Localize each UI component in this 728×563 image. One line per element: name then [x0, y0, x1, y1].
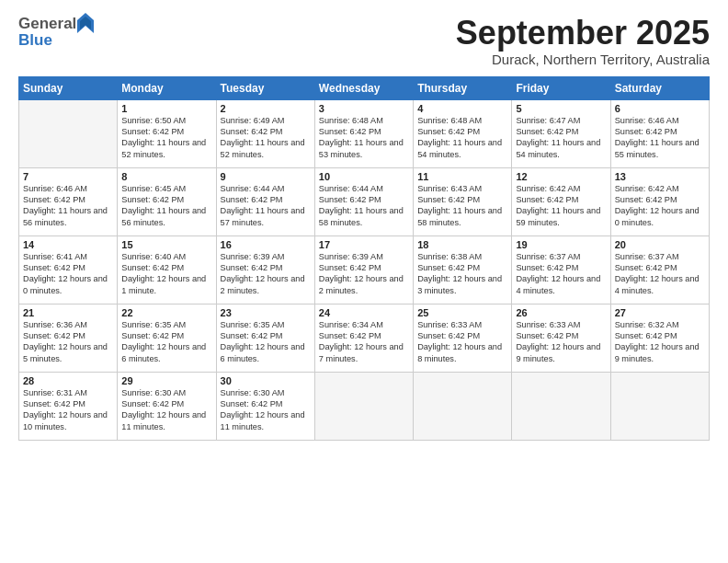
table-row: 27Sunrise: 6:32 AMSunset: 6:42 PMDayligh… [610, 304, 709, 372]
day-info: Sunrise: 6:39 AMSunset: 6:42 PMDaylight:… [221, 251, 311, 297]
day-number: 20 [615, 239, 705, 250]
day-number: 23 [221, 307, 311, 318]
day-number: 21 [23, 307, 113, 318]
day-number: 16 [221, 239, 311, 250]
day-info: Sunrise: 6:31 AMSunset: 6:42 PMDaylight:… [23, 387, 113, 433]
day-number: 12 [516, 171, 606, 182]
table-row: 29Sunrise: 6:30 AMSunset: 6:42 PMDayligh… [118, 372, 216, 440]
day-number: 30 [221, 375, 311, 386]
day-number: 27 [615, 307, 705, 318]
day-info: Sunrise: 6:37 AMSunset: 6:42 PMDaylight:… [516, 251, 606, 297]
table-row: 14Sunrise: 6:41 AMSunset: 6:42 PMDayligh… [19, 236, 118, 304]
table-row: 22Sunrise: 6:35 AMSunset: 6:42 PMDayligh… [118, 304, 216, 372]
day-number: 14 [23, 239, 113, 250]
logo-blue: Blue [18, 31, 94, 50]
day-number: 26 [516, 307, 606, 318]
table-row: 24Sunrise: 6:34 AMSunset: 6:42 PMDayligh… [314, 304, 413, 372]
table-row [414, 372, 512, 440]
day-number: 10 [319, 171, 409, 182]
col-monday: Monday [118, 76, 216, 99]
table-row: 19Sunrise: 6:37 AMSunset: 6:42 PMDayligh… [512, 236, 610, 304]
day-number: 11 [417, 171, 507, 182]
table-row: 21Sunrise: 6:36 AMSunset: 6:42 PMDayligh… [19, 304, 118, 372]
table-row: 18Sunrise: 6:38 AMSunset: 6:42 PMDayligh… [414, 236, 512, 304]
day-info: Sunrise: 6:34 AMSunset: 6:42 PMDaylight:… [319, 319, 409, 365]
calendar-week-row: 21Sunrise: 6:36 AMSunset: 6:42 PMDayligh… [19, 304, 710, 372]
day-info: Sunrise: 6:45 AMSunset: 6:42 PMDaylight:… [121, 183, 211, 229]
day-info: Sunrise: 6:46 AMSunset: 6:42 PMDaylight:… [23, 183, 113, 229]
table-row: 23Sunrise: 6:35 AMSunset: 6:42 PMDayligh… [216, 304, 314, 372]
day-info: Sunrise: 6:35 AMSunset: 6:42 PMDaylight:… [221, 319, 311, 365]
table-row: 3Sunrise: 6:48 AMSunset: 6:42 PMDaylight… [314, 99, 413, 167]
col-saturday: Saturday [610, 76, 709, 99]
table-row: 20Sunrise: 6:37 AMSunset: 6:42 PMDayligh… [610, 236, 709, 304]
day-number: 15 [121, 239, 211, 250]
day-info: Sunrise: 6:40 AMSunset: 6:42 PMDaylight:… [121, 251, 211, 297]
day-info: Sunrise: 6:49 AMSunset: 6:42 PMDaylight:… [221, 115, 311, 161]
col-tuesday: Tuesday [216, 76, 314, 99]
day-info: Sunrise: 6:38 AMSunset: 6:42 PMDaylight:… [417, 251, 507, 297]
day-number: 1 [121, 103, 211, 114]
day-info: Sunrise: 6:42 AMSunset: 6:42 PMDaylight:… [615, 183, 705, 229]
table-row: 10Sunrise: 6:44 AMSunset: 6:42 PMDayligh… [314, 167, 413, 236]
table-row: 15Sunrise: 6:40 AMSunset: 6:42 PMDayligh… [118, 236, 216, 304]
calendar-week-row: 1Sunrise: 6:50 AMSunset: 6:42 PMDaylight… [19, 99, 710, 167]
table-row: 4Sunrise: 6:48 AMSunset: 6:42 PMDaylight… [414, 99, 512, 167]
page: General Blue September 2025 Durack, Nort… [0, 0, 728, 563]
calendar-week-row: 14Sunrise: 6:41 AMSunset: 6:42 PMDayligh… [19, 236, 710, 304]
calendar-header-row: Sunday Monday Tuesday Wednesday Thursday… [19, 76, 710, 99]
day-info: Sunrise: 6:46 AMSunset: 6:42 PMDaylight:… [615, 115, 705, 161]
day-info: Sunrise: 6:39 AMSunset: 6:42 PMDaylight:… [319, 251, 409, 297]
day-number: 24 [319, 307, 409, 318]
day-info: Sunrise: 6:37 AMSunset: 6:42 PMDaylight:… [615, 251, 705, 297]
logo: General Blue [18, 15, 94, 50]
day-number: 17 [319, 239, 409, 250]
table-row [610, 372, 709, 440]
table-row: 13Sunrise: 6:42 AMSunset: 6:42 PMDayligh… [610, 167, 709, 236]
table-row: 28Sunrise: 6:31 AMSunset: 6:42 PMDayligh… [19, 372, 118, 440]
day-info: Sunrise: 6:50 AMSunset: 6:42 PMDaylight:… [121, 115, 211, 161]
day-info: Sunrise: 6:48 AMSunset: 6:42 PMDaylight:… [417, 115, 507, 161]
table-row: 9Sunrise: 6:44 AMSunset: 6:42 PMDaylight… [216, 167, 314, 236]
day-info: Sunrise: 6:30 AMSunset: 6:42 PMDaylight:… [121, 387, 211, 433]
table-row: 5Sunrise: 6:47 AMSunset: 6:42 PMDaylight… [512, 99, 610, 167]
day-number: 7 [23, 171, 113, 182]
day-number: 3 [319, 103, 409, 114]
table-row: 25Sunrise: 6:33 AMSunset: 6:42 PMDayligh… [414, 304, 512, 372]
table-row: 7Sunrise: 6:46 AMSunset: 6:42 PMDaylight… [19, 167, 118, 236]
header: General Blue September 2025 Durack, Nort… [18, 15, 710, 67]
table-row: 2Sunrise: 6:49 AMSunset: 6:42 PMDaylight… [216, 99, 314, 167]
day-number: 5 [516, 103, 606, 114]
calendar-week-row: 28Sunrise: 6:31 AMSunset: 6:42 PMDayligh… [19, 372, 710, 440]
table-row: 1Sunrise: 6:50 AMSunset: 6:42 PMDaylight… [118, 99, 216, 167]
day-info: Sunrise: 6:32 AMSunset: 6:42 PMDaylight:… [615, 319, 705, 365]
calendar-table: Sunday Monday Tuesday Wednesday Thursday… [18, 76, 710, 441]
day-info: Sunrise: 6:30 AMSunset: 6:42 PMDaylight:… [221, 387, 311, 433]
day-number: 29 [121, 375, 211, 386]
table-row [314, 372, 413, 440]
day-info: Sunrise: 6:33 AMSunset: 6:42 PMDaylight:… [516, 319, 606, 365]
day-number: 22 [121, 307, 211, 318]
table-row: 12Sunrise: 6:42 AMSunset: 6:42 PMDayligh… [512, 167, 610, 236]
col-friday: Friday [512, 76, 610, 99]
day-info: Sunrise: 6:47 AMSunset: 6:42 PMDaylight:… [516, 115, 606, 161]
day-number: 6 [615, 103, 705, 114]
day-info: Sunrise: 6:43 AMSunset: 6:42 PMDaylight:… [417, 183, 507, 229]
logo-general: General [18, 15, 76, 33]
day-number: 19 [516, 239, 606, 250]
title-block: September 2025 Durack, Northern Territor… [456, 15, 710, 67]
table-row [512, 372, 610, 440]
table-row: 8Sunrise: 6:45 AMSunset: 6:42 PMDaylight… [118, 167, 216, 236]
day-number: 13 [615, 171, 705, 182]
table-row: 30Sunrise: 6:30 AMSunset: 6:42 PMDayligh… [216, 372, 314, 440]
col-thursday: Thursday [414, 76, 512, 99]
day-info: Sunrise: 6:41 AMSunset: 6:42 PMDaylight:… [23, 251, 113, 297]
day-number: 25 [417, 307, 507, 318]
day-info: Sunrise: 6:36 AMSunset: 6:42 PMDaylight:… [23, 319, 113, 365]
day-info: Sunrise: 6:44 AMSunset: 6:42 PMDaylight:… [221, 183, 311, 229]
day-number: 8 [121, 171, 211, 182]
day-number: 4 [417, 103, 507, 114]
table-row [19, 99, 118, 167]
location-subtitle: Durack, Northern Territory, Australia [456, 52, 710, 67]
col-wednesday: Wednesday [314, 76, 413, 99]
